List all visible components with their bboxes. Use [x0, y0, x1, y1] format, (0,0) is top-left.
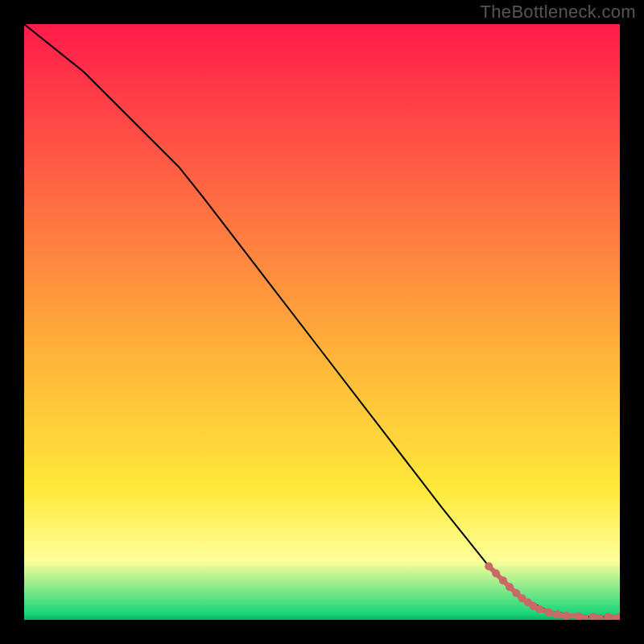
marker-dot [512, 589, 520, 597]
marker-dot [553, 610, 561, 618]
chart-canvas [24, 24, 620, 620]
chart-frame: TheBottleneck.com [0, 0, 644, 644]
plot-area [24, 24, 620, 620]
marker-dot [485, 562, 493, 570]
marker-dot [492, 569, 500, 577]
marker-dot [535, 605, 543, 613]
marker-dot [506, 583, 514, 591]
gradient-background [24, 24, 620, 620]
marker-dot [544, 608, 552, 616]
watermark-text: TheBottleneck.com [481, 2, 636, 23]
marker-dot [562, 612, 570, 620]
marker-dot [499, 576, 507, 584]
